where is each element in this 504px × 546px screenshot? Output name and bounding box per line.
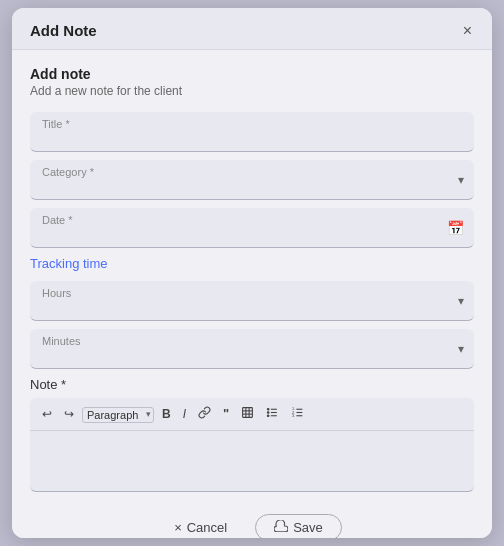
add-note-modal: Add Note × Add note Add a new note for t… (12, 8, 492, 538)
category-select[interactable] (30, 160, 474, 200)
quote-button[interactable]: " (219, 404, 233, 424)
title-field-wrapper: Title * (30, 112, 474, 152)
italic-button[interactable]: I (179, 405, 190, 423)
table-button[interactable] (237, 404, 258, 424)
section-title: Add note (30, 66, 474, 82)
section-subtitle: Add a new note for the client (30, 84, 474, 98)
undo-button[interactable]: ↩ (38, 405, 56, 423)
category-field-wrapper: Category * ▾ (30, 160, 474, 200)
cancel-label: Cancel (187, 520, 227, 535)
link-button[interactable] (194, 404, 215, 424)
save-label: Save (293, 520, 323, 535)
modal-title: Add Note (30, 22, 97, 39)
minutes-field-wrapper: Minutes ▾ (30, 329, 474, 369)
close-button[interactable]: × (461, 23, 474, 39)
save-cloud-icon (274, 520, 288, 535)
svg-rect-0 (243, 408, 253, 418)
svg-point-8 (268, 408, 270, 410)
redo-button[interactable]: ↪ (60, 405, 78, 423)
bullet-list-button[interactable] (262, 404, 283, 424)
minutes-select[interactable] (30, 329, 474, 369)
paragraph-select-wrapper: Paragraph ▾ (82, 405, 154, 423)
date-input[interactable]: 08/03/2024 (30, 208, 474, 248)
save-button[interactable]: Save (255, 514, 342, 538)
note-label: Note * (30, 377, 474, 392)
cancel-button[interactable]: × Cancel (162, 514, 239, 538)
svg-point-9 (268, 412, 270, 414)
modal-body: Add note Add a new note for the client T… (12, 50, 492, 502)
cancel-x-icon: × (174, 520, 182, 535)
svg-point-10 (268, 415, 270, 417)
hours-select[interactable] (30, 281, 474, 321)
ordered-list-button[interactable]: 1. 2. 3. (287, 404, 308, 424)
date-field-wrapper: Date * 08/03/2024 📅 (30, 208, 474, 248)
paragraph-select[interactable]: Paragraph (82, 407, 154, 423)
note-editor-content[interactable] (30, 431, 474, 491)
modal-header: Add Note × (12, 8, 492, 50)
note-toolbar: ↩ ↪ Paragraph ▾ B I (30, 398, 474, 431)
note-editor: ↩ ↪ Paragraph ▾ B I (30, 398, 474, 492)
tracking-time-label: Tracking time (30, 256, 474, 271)
modal-footer: × Cancel Save (12, 502, 492, 538)
section-header: Add note Add a new note for the client (30, 66, 474, 98)
title-input[interactable] (30, 112, 474, 152)
svg-text:3.: 3. (292, 414, 295, 418)
hours-field-wrapper: Hours ▾ (30, 281, 474, 321)
modal-overlay: Add Note × Add note Add a new note for t… (0, 0, 504, 546)
bold-button[interactable]: B (158, 405, 175, 423)
